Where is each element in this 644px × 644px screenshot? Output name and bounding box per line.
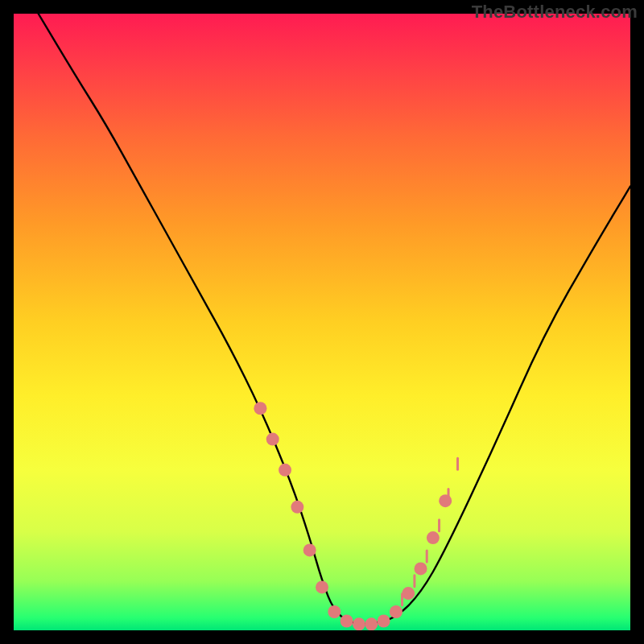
plot-area (14, 14, 630, 630)
highlight-dot (402, 587, 415, 600)
highlight-dot (378, 615, 390, 628)
highlight-dot (303, 543, 316, 556)
watermark-text: TheBottleneck.com (472, 2, 638, 23)
highlight-dot (439, 494, 452, 507)
chart-svg (14, 14, 630, 630)
highlight-dot (365, 617, 378, 630)
ticks-group (402, 458, 458, 605)
highlight-dot (291, 501, 303, 514)
highlight-dot (415, 562, 427, 575)
markers-group (254, 402, 452, 630)
highlight-dot (353, 617, 365, 630)
chart-stage: TheBottleneck.com (0, 0, 644, 644)
main-curve (39, 14, 630, 624)
highlight-dot (254, 402, 266, 415)
highlight-dot (279, 464, 291, 477)
highlight-dot (328, 605, 341, 618)
highlight-dot (341, 615, 353, 628)
highlight-dot (266, 433, 279, 446)
highlight-dot (316, 580, 328, 593)
highlight-dot (390, 605, 402, 618)
highlight-dot (427, 531, 440, 544)
